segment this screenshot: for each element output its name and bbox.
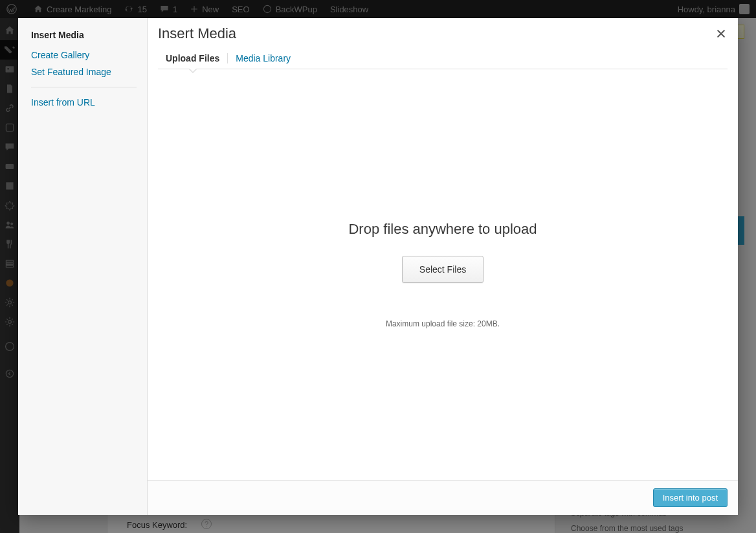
sidebar-item-insert-media[interactable]: Insert Media [31,30,137,40]
sidebar-item-create-gallery[interactable]: Create Gallery [31,47,137,63]
sidebar-item-insert-url[interactable]: Insert from URL [31,94,137,111]
close-icon [716,28,726,39]
media-modal-footer: Insert into post [148,480,738,515]
insert-media-modal: Insert Media Create Gallery Set Featured… [18,18,738,515]
media-modal-header: Insert Media Upload Files Media Library [148,18,738,69]
sidebar-item-set-featured[interactable]: Set Featured Image [31,63,137,80]
insert-into-post-button[interactable]: Insert into post [653,488,728,507]
tab-upload-files[interactable]: Upload Files [158,48,227,69]
dropzone-text: Drop files anywhere to upload [348,221,537,238]
tab-media-library[interactable]: Media Library [228,48,298,69]
modal-title: Insert Media [158,25,728,43]
media-modal-sidebar: Insert Media Create Gallery Set Featured… [18,18,148,515]
upload-dropzone[interactable]: Drop files anywhere to upload Select Fil… [148,69,738,480]
media-tabs: Upload Files Media Library [158,48,728,69]
close-button[interactable] [712,25,730,43]
media-modal-main: Insert Media Upload Files Media Library … [148,18,738,515]
select-files-button[interactable]: Select Files [402,256,484,283]
sidebar-divider [31,87,137,87]
max-upload-text: Maximum upload file size: 20MB. [386,319,500,328]
